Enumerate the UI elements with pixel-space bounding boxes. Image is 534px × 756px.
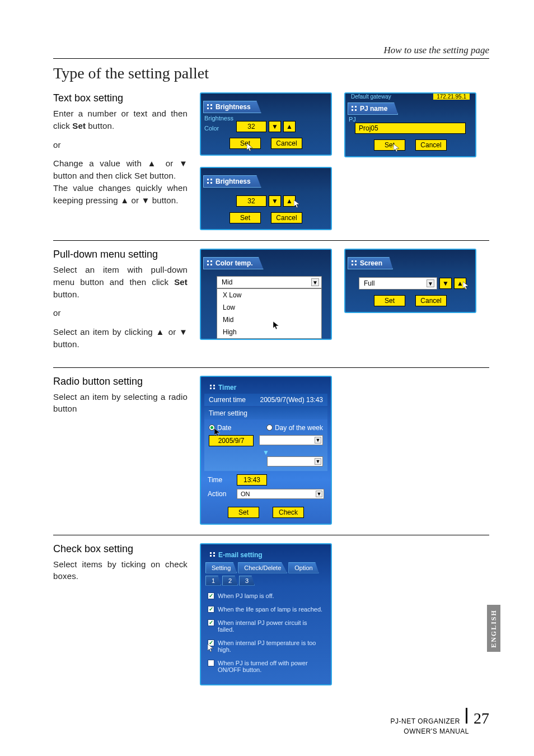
secondary-dropdown[interactable]: ▼ [267,456,323,466]
action-label: Action [208,490,232,498]
set-button[interactable]: Set [228,507,259,518]
sec1-p3: The value changes quickly when keeping p… [53,182,188,207]
chevron-down-icon: ▼ [311,278,319,286]
indicator-icon: ▼ [209,449,323,456]
sec2-p1: Select an item with pull-down menu butto… [53,264,188,300]
pjname-input[interactable] [355,123,466,134]
panel-title: PJ name [348,102,398,115]
sec1-p1: Enter a number or text and then click Se… [53,108,188,132]
language-tab: ENGLISH [487,605,500,652]
dropdown-options[interactable]: X Low Low Mid High [217,288,322,339]
value-down-button[interactable]: ▼ [269,195,281,207]
grip-icon [352,106,357,111]
set-button[interactable]: Set [374,139,405,151]
chevron-down-icon: ▼ [315,437,321,444]
product-name: PJ-NET ORGANIZER [391,717,460,725]
header-context: How to use the setting page [53,45,489,56]
radio-date[interactable]: Date [209,424,231,432]
checkbox[interactable]: ✓ [208,592,214,599]
time-label: Time [208,476,232,484]
panel-title: Brightness [203,175,261,188]
sec1-title: Text box setting [53,92,188,104]
checkbox-label: When PJ lamp is off. [218,592,274,599]
dropdown-option[interactable]: High [217,326,321,338]
panel-title: Brightness [203,101,261,113]
panel-title: E-mail setting [204,550,268,560]
date-value[interactable]: 2005/9/7 [209,435,254,446]
chevron-down-icon: ▼ [315,458,321,465]
grip-icon [207,179,213,184]
value-up-button[interactable]: ▲ [454,278,466,289]
page-number: 27 [474,710,489,727]
dropdown-option[interactable]: Mid [217,314,321,326]
tab-option[interactable]: Option [288,562,318,573]
hidden-color-label: Color [204,125,219,132]
sec1-or: or [53,139,188,151]
sec2-p2: Select an item by clicking ▲ or ▼ button… [53,326,188,351]
checkbox-label: When PJ is turned off with power ON/OFF … [218,660,324,673]
sec3-p1: Select an item by selecting a radio butt… [53,391,188,416]
hidden-brightness-label: Brightness [204,115,233,122]
timer-panel: Timer Current time2005/9/7(Wed) 13:43 Ti… [200,376,332,525]
brightness-value[interactable]: 32 [236,195,266,207]
cancel-button[interactable]: Cancel [271,212,302,223]
checkbox[interactable]: ✓ [208,640,214,646]
value-up-button[interactable]: ▲ [283,195,296,207]
email-panel: E-mail setting Setting Check/Delete Opti… [200,543,332,685]
chevron-down-icon: ▼ [427,279,434,287]
checkbox-label: When internal PJ temperature is too high… [218,640,324,653]
value-down-button[interactable]: ▼ [439,278,452,289]
checkbox[interactable] [208,660,214,666]
colortemp-panel: Color temp. Mid▼ X Low Low Mid High [200,249,332,340]
dow-dropdown[interactable]: ▼ [259,435,323,445]
footer-sub: OWNER'S MANUAL [404,727,469,735]
panel-title: Screen [348,257,393,269]
set-button[interactable]: Set [229,138,261,149]
page-title: Type of the setting pallet [53,64,489,82]
panel-title: Timer [204,382,242,393]
sec4-p1: Select items by ticking on check boxes. [53,558,188,583]
current-time-row: Current time2005/9/7(Wed) 13:43 [204,394,327,406]
value-down-button[interactable]: ▼ [269,121,281,132]
set-button[interactable]: Set [229,212,261,223]
pjname-panel: Default gateway172.21.95.1 PJ name PJ Se… [344,92,476,157]
sec3-title: Radio button setting [53,376,188,388]
brightness-value[interactable]: 32 [236,121,266,132]
cancel-button[interactable]: Cancel [415,295,447,306]
top-rule [53,58,489,59]
checkbox-label: When the life span of lamp is reached. [218,606,322,613]
checkbox[interactable]: ✓ [208,606,214,613]
tab-setting[interactable]: Setting [205,562,237,573]
sec4-title: Check box setting [53,543,188,555]
checkbox[interactable]: ✓ [208,619,214,626]
brightness-panel-2: Brightness 32 ▼ ▲ Set Cancel [200,167,332,230]
grip-icon [210,552,216,558]
subtab-3[interactable]: 3 [239,576,255,586]
dropdown-option[interactable]: Low [217,301,321,314]
tab-checkdelete[interactable]: Check/Delete [238,562,287,573]
grip-icon [352,260,357,266]
hidden-pj-label: PJ [349,116,356,123]
cancel-button[interactable]: Cancel [271,138,302,149]
current-time-value: 2005/9/7(Wed) 13:43 [260,396,323,404]
screen-dropdown[interactable]: Full▼ [359,277,437,290]
sec1-p2: Change a value with ▲ or ▼ button and th… [53,157,188,182]
dropdown-option[interactable]: X Low [217,289,321,301]
action-dropdown[interactable]: ON▼ [237,489,324,499]
divider [53,367,489,368]
checkbox-label: When internal PJ power circuit is failed… [218,619,324,633]
colortemp-dropdown[interactable]: Mid▼ [217,276,322,288]
value-up-button[interactable]: ▲ [283,121,296,132]
check-button[interactable]: Check [273,507,304,518]
radio-icon [266,424,273,431]
cancel-button[interactable]: Cancel [415,139,447,151]
subtab-2[interactable]: 2 [222,576,238,586]
sec2-title: Pull-down menu setting [53,249,188,260]
set-button[interactable]: Set [374,295,405,306]
time-value[interactable]: 13:43 [237,474,267,486]
chevron-down-icon: ▼ [316,491,322,497]
grip-icon [207,260,213,266]
subtab-1[interactable]: 1 [205,576,221,586]
gateway-label: Default gateway [351,94,391,100]
radio-dow[interactable]: Day of the week [266,424,323,432]
